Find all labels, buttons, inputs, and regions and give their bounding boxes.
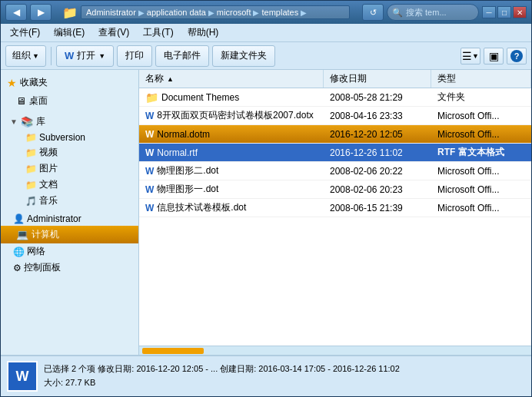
open-button[interactable]: W 打开 ▼ [56,45,114,67]
menu-view[interactable]: 查看(V) [92,25,135,41]
sort-arrow-icon: ▲ [167,75,174,83]
help-icon: ? [510,50,523,62]
word-icon-5: W [145,184,154,195]
search-placeholder: 搜索 tem... [406,7,447,18]
sidebar-item-computer[interactable]: 💻 计算机 [1,226,138,243]
layout-icon: ▣ [489,50,499,62]
print-button[interactable]: 打印 [117,45,152,67]
toolbar-separator-1 [51,47,52,65]
menu-file[interactable]: 文件(F) [4,25,46,41]
music-icon: 🎵 [25,196,37,207]
view-icon: ☰ [462,50,472,62]
toolbar-right: ☰ ▼ ▣ ? [461,48,527,65]
file-date-1: 2008-04-16 23:33 [324,109,431,123]
star-icon: ★ [7,77,17,89]
horizontal-scrollbar[interactable] [139,346,531,355]
folder-icon: 📁 [62,5,78,20]
organize-arrow-icon: ▼ [32,52,39,60]
new-folder-button[interactable]: 新建文件夹 [212,45,275,67]
table-row[interactable]: W 物理图形二.dot 2008-02-06 20:22 Microsoft O… [139,162,531,180]
sidebar-item-admin[interactable]: 👤 Administrator [1,212,138,226]
computer-label: 计算机 [32,228,59,241]
sidebar-item-picture[interactable]: 📁 图片 [1,160,138,177]
main-window: ◀ ▶ 📁 Administrator ▶ application data ▶… [0,0,532,397]
picture-label: 图片 [39,162,58,175]
print-label: 打印 [125,49,144,62]
status-bar: W 已选择 2 个项 修改日期: 2016-12-20 12:05 - ... … [1,355,531,396]
minimize-button[interactable]: ─ [482,6,496,18]
file-date-0: 2008-05-28 21:29 [324,91,431,104]
favorites-label: 收藏夹 [20,76,48,89]
library-icon: 📚 [21,116,33,127]
video-label: 视频 [39,146,58,159]
table-row[interactable]: W Normal.rtf 2016-12-26 11:02 RTF 富文本格式 [139,144,531,162]
file-list: 名称 ▲ 修改日期 类型 📁 Document Themes [139,70,531,355]
file-list-header: 名称 ▲ 修改日期 类型 [139,70,531,88]
sidebar-item-network[interactable]: 🌐 网络 [1,243,138,260]
library-label: 库 [36,115,45,128]
refresh-button[interactable]: ↺ [362,4,384,21]
back-button[interactable]: ◀ [5,4,27,21]
window-controls: ─ □ ✕ [482,6,527,18]
word-icon-4: W [145,166,154,177]
subversion-icon: 📁 [25,132,37,143]
sidebar-item-subversion[interactable]: 📁 Subversion [1,131,138,144]
doc-icon: 📁 [25,180,37,190]
file-type-4: Microsoft Offi... [431,164,531,178]
col-header-date[interactable]: 修改日期 [324,70,431,88]
admin-icon: 👤 [13,213,25,224]
picture-icon: 📁 [25,164,37,174]
menu-edit[interactable]: 编辑(E) [48,25,91,41]
search-box[interactable]: 🔍 搜索 tem... [387,4,479,21]
main-area: ★ 收藏夹 🖥 桌面 ▼ 📚 库 📁 Subversion 📁 视频 [1,70,531,355]
desktop-label: 桌面 [29,94,48,108]
organize-button[interactable]: 组织 ▼ [5,45,46,67]
layout-button[interactable]: ▣ [484,48,504,65]
scrollbar-thumb[interactable] [142,348,204,354]
file-type-6: Microsoft Offi... [431,201,531,215]
close-button[interactable]: ✕ [513,6,527,18]
favorites-section[interactable]: ★ 收藏夹 [1,73,138,92]
help-button[interactable]: ? [507,48,527,65]
table-row[interactable]: 📁 Document Themes 2008-05-28 21:29 文件夹 [139,88,531,107]
subversion-label: Subversion [39,132,85,143]
sidebar-item-doc[interactable]: 📁 文档 [1,177,138,193]
file-date-2: 2016-12-20 12:05 [324,127,431,141]
sidebar-item-video[interactable]: 📁 视频 [1,144,138,160]
menu-bar: 文件(F) 编辑(E) 查看(V) 工具(T) 帮助(H) [1,24,531,42]
maximize-button[interactable]: □ [497,6,511,18]
file-type-3: RTF 富文本格式 [431,144,531,160]
file-name-1: W 8开双面双页码密封试卷模板2007.dotx [139,108,324,124]
breadcrumb[interactable]: Administrator ▶ application data ▶ micro… [81,5,350,19]
status-word-icon: W [7,361,38,392]
email-button[interactable]: 电子邮件 [155,45,209,67]
admin-label: Administrator [27,213,81,224]
open-label: 打开 [77,49,95,62]
table-row[interactable]: W 物理图形一.dot 2008-02-06 20:23 Microsoft O… [139,180,531,199]
breadcrumb-microsoft: microsoft [217,8,251,17]
menu-tools[interactable]: 工具(T) [137,25,179,41]
open-arrow-icon: ▼ [98,52,105,60]
table-row[interactable]: W Normal.dotm 2016-12-20 12:05 Microsoft… [139,125,531,144]
breadcrumb-sep1: ▶ [138,8,145,17]
breadcrumb-sep4: ▶ [301,8,307,17]
view-toggle-button[interactable]: ☰ ▼ [461,48,480,65]
sidebar-item-desktop[interactable]: 🖥 桌面 [1,92,138,110]
table-row[interactable]: W 信息技术试卷模板.dot 2008-06-15 21:39 Microsof… [139,199,531,217]
status-size-text: 大小: 27.7 KB [44,376,400,390]
sidebar-item-library[interactable]: ▼ 📚 库 [1,113,138,131]
view-arrow-icon: ▼ [472,52,479,60]
menu-help[interactable]: 帮助(H) [181,25,225,41]
file-date-5: 2008-02-06 20:23 [324,183,431,197]
control-panel-icon: ⚙ [13,263,22,273]
forward-button[interactable]: ▶ [30,4,52,21]
desktop-icon: 🖥 [16,95,26,107]
breadcrumb-admin: Administrator [86,8,136,17]
col-header-type[interactable]: 类型 [431,70,531,88]
breadcrumb-appdata: application data [147,8,206,17]
sidebar-item-music[interactable]: 🎵 音乐 [1,193,138,209]
table-row[interactable]: W 8开双面双页码密封试卷模板2007.dotx 2008-04-16 23:3… [139,107,531,125]
network-icon: 🌐 [13,246,25,257]
sidebar-item-control-panel[interactable]: ⚙ 控制面板 [1,260,138,276]
col-header-name[interactable]: 名称 ▲ [139,70,324,88]
